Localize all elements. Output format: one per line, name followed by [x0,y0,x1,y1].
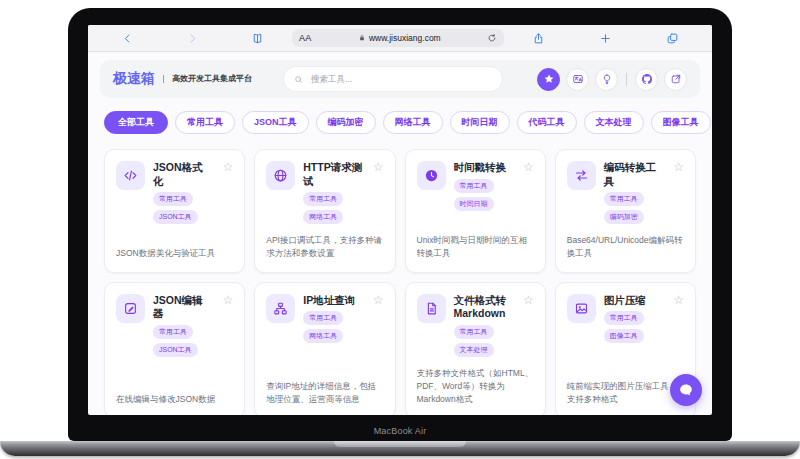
tool-tag: JSON工具 [153,343,198,357]
file-icon [417,294,446,323]
tabs-overview-icon[interactable] [666,32,679,45]
tool-title: JSON格式化 [153,161,212,188]
tool-title: 编码转换工具 [604,161,663,188]
tool-title: JSON编辑器 [153,294,212,321]
tool-tag: 图像工具 [604,329,644,343]
tool-card[interactable]: 编码转换工具常用工具编码加密☆Base64/URL/Unicode编解码转换工具 [555,149,696,273]
browser-toolbar: AA www.jisuxiang.com [88,25,712,52]
favorites-button[interactable] [537,68,560,91]
tool-tag: 常用工具 [153,325,193,339]
tool-title: 时间戳转换 [454,161,513,175]
share-site-button[interactable] [664,68,687,91]
tool-tags: 常用工具JSON工具 [153,192,212,224]
tool-tag: JSON工具 [153,210,198,224]
category-tab[interactable]: 网络工具 [383,111,443,134]
site-tagline: 高效开发工具集成平台 [163,75,252,84]
laptop-base-notch [334,441,466,447]
favorite-star-icon[interactable]: ☆ [222,161,233,173]
header-actions [537,68,687,91]
ssl-lock-icon [358,34,366,42]
tool-tag: 常用工具 [604,192,644,206]
back-icon[interactable] [121,32,134,45]
tool-tags: 常用工具时间日期 [454,179,513,211]
laptop-screen: AA www.jisuxiang.com 极速箱 高效开发工具集成平台 [88,25,712,415]
favorite-star-icon[interactable]: ☆ [222,294,233,306]
tool-card[interactable]: 时间戳转换常用工具时间日期☆Unix时间戳与日期时间的互相转换工具 [405,149,546,273]
image-icon [567,294,596,323]
favorite-star-icon[interactable]: ☆ [373,294,384,306]
tool-description: Unix时间戳与日期时间的互相转换工具 [417,224,534,260]
tool-tag: 网络工具 [303,329,343,343]
category-tab[interactable]: 全部工具 [104,111,168,134]
url-text: www.jisuxiang.com [369,33,441,43]
tool-tag: 网络工具 [303,210,343,224]
new-tab-icon[interactable] [599,32,612,45]
search-box[interactable] [284,67,502,91]
category-tab[interactable]: 文本处理 [584,111,644,134]
category-tabs: 全部工具常用工具JSON工具编码加密网络工具时间日期代码工具文本处理图像工具前端… [104,111,696,134]
tool-card[interactable]: IP地址查询常用工具网络工具☆查询IP地址的详细信息，包括地理位置、运营商等信息 [254,282,395,415]
category-tab[interactable]: JSON工具 [242,111,309,134]
globe-icon [266,161,295,190]
search-icon [294,75,303,84]
laptop-base [0,441,800,456]
tool-tag: 常用工具 [303,311,343,325]
tools-grid: JSON格式化常用工具JSON工具☆JSON数据美化与验证工具HTTP请求测试常… [104,149,696,415]
category-tab[interactable]: 时间日期 [450,111,510,134]
theme-button[interactable] [595,68,618,91]
swap-icon [567,161,596,190]
tool-description: 纯前端实现的图片压缩工具，支持多种格式 [567,370,684,406]
actions-divider [626,73,627,86]
tool-description: 查询IP地址的详细信息，包括地理位置、运营商等信息 [266,370,383,406]
category-tab[interactable]: 编码加密 [316,111,376,134]
github-button[interactable] [635,68,658,91]
text-size-button[interactable]: AA [299,33,312,43]
favorite-star-icon[interactable]: ☆ [673,161,684,173]
tool-tag: 常用工具 [454,179,494,193]
category-tab[interactable]: 图像工具 [651,111,711,134]
clock-icon [417,161,446,190]
device-label: MacBook Air [0,426,800,436]
translate-button[interactable] [566,68,589,91]
reload-icon[interactable] [487,33,497,43]
share-icon[interactable] [532,32,545,45]
tool-tag: 编码加密 [604,210,644,224]
code-icon [116,161,145,190]
favorite-star-icon[interactable]: ☆ [373,161,384,173]
tool-description: JSON数据美化与验证工具 [116,237,233,260]
tool-tag: 常用工具 [604,311,644,325]
tool-description: Base64/URL/Unicode编解码转换工具 [567,224,684,260]
tool-tags: 常用工具JSON工具 [153,325,212,357]
site-logo[interactable]: 极速箱 [113,70,155,88]
tool-card[interactable]: 文件格式转Markdown常用工具文本处理☆支持多种文件格式（如HTML、PDF… [405,282,546,415]
tool-title: HTTP请求测试 [303,161,362,188]
address-bar[interactable]: AA www.jisuxiang.com [292,29,504,47]
tool-tags: 常用工具编码加密 [604,192,663,224]
category-tab[interactable]: 代码工具 [517,111,577,134]
macbook-mockup: AA www.jisuxiang.com 极速箱 高效开发工具集成平台 [0,0,800,459]
tool-tag: 常用工具 [153,192,193,206]
chat-button[interactable] [670,374,702,406]
favorite-star-icon[interactable]: ☆ [523,161,534,173]
sidebar-book-icon[interactable] [251,32,264,45]
edit-icon [116,294,145,323]
forward-icon[interactable] [186,32,199,45]
tool-card[interactable]: HTTP请求测试常用工具网络工具☆API接口调试工具，支持多种请求方法和参数设置 [254,149,395,273]
tool-card[interactable]: JSON格式化常用工具JSON工具☆JSON数据美化与验证工具 [104,149,245,273]
favorite-star-icon[interactable]: ☆ [523,294,534,306]
tool-description: 在线编辑与修改JSON数据 [116,383,233,406]
tool-title: 图片压缩 [604,294,663,308]
tool-card[interactable]: JSON编辑器常用工具JSON工具☆在线编辑与修改JSON数据 [104,282,245,415]
tool-description: 支持多种文件格式（如HTML、PDF、Word等）转换为Markdown格式 [417,357,534,407]
tool-tags: 常用工具网络工具 [303,192,362,224]
favorite-star-icon[interactable]: ☆ [673,294,684,306]
tool-tag: 时间日期 [454,197,494,211]
tool-description: API接口调试工具，支持多种请求方法和参数设置 [266,224,383,260]
sitemap-icon [266,294,295,323]
tool-tag: 常用工具 [303,192,343,206]
tool-title: IP地址查询 [303,294,362,308]
tool-tags: 常用工具文本处理 [454,325,513,357]
tool-tags: 常用工具图像工具 [604,311,663,343]
search-input[interactable] [309,73,492,85]
category-tab[interactable]: 常用工具 [175,111,235,134]
